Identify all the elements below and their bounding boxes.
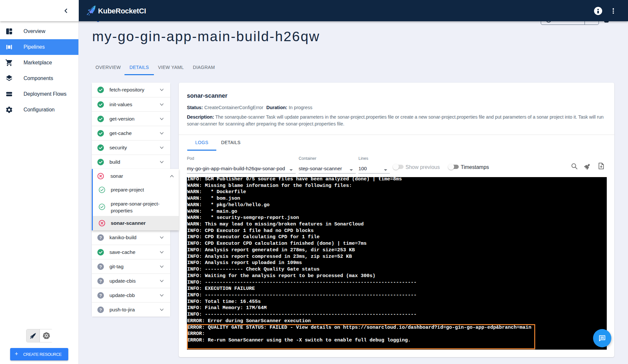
svg-text:?: ? (99, 264, 102, 269)
svg-text:?: ? (99, 307, 102, 312)
svg-text:?: ? (99, 293, 102, 298)
svg-text:?: ? (99, 235, 102, 240)
svg-text:?: ? (99, 279, 102, 284)
